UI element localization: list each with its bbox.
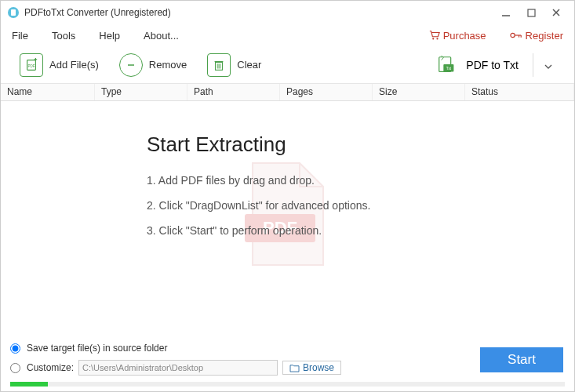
purchase-link[interactable]: Purchase [429,30,486,42]
column-size[interactable]: Size [373,84,465,100]
customize-label: Customize: [27,362,74,373]
menubar: File Tools Help About... Purchase Regist… [1,24,574,46]
file-drop-area[interactable]: PDF Start Extracting 1. Add PDF files by… [1,101,574,327]
key-icon [510,30,522,41]
purchase-label: Purchase [443,30,486,42]
svg-text:Txt: Txt [446,66,452,70]
svg-point-7 [436,38,438,39]
clear-button[interactable]: Clear [199,50,269,80]
instructions-heading: Start Extracting [147,132,370,157]
close-button[interactable] [551,7,562,18]
menu-file[interactable]: File [12,30,28,42]
convert-mode-button[interactable]: Txt PDF to Txt [427,51,528,79]
register-link[interactable]: Register [510,30,563,42]
menu-help[interactable]: Help [99,30,120,42]
toolbar: PDF Add File(s) Remove Clear Txt PDF to … [1,46,574,84]
browse-label: Browse [303,362,334,373]
convert-dropdown-button[interactable] [533,53,563,77]
add-file-label: Add File(s) [49,59,99,71]
minimize-button[interactable] [500,7,511,18]
column-pages[interactable]: Pages [280,84,373,100]
save-source-radio[interactable] [10,343,20,354]
cart-icon [429,30,440,41]
instruction-step-3: 3. Click "Start" to perform operation. [147,224,370,237]
remove-icon [119,53,143,77]
trash-icon [207,53,231,77]
instructions: Start Extracting 1. Add PDF files by dra… [147,132,370,249]
pdf-add-icon: PDF [20,53,43,77]
chevron-down-icon [544,64,552,69]
pdf-to-txt-icon: Txt [436,54,458,76]
svg-point-6 [432,38,434,39]
progress-rest [48,382,565,387]
menu-about[interactable]: About... [144,30,179,42]
remove-button[interactable]: Remove [111,50,195,80]
svg-rect-3 [528,9,535,16]
app-icon [7,6,20,19]
convert-label: PDF to Txt [466,59,519,71]
progress-fill [10,382,48,387]
output-path-input[interactable] [78,360,278,376]
column-path[interactable]: Path [187,84,280,100]
folder-icon [289,364,300,372]
browse-button[interactable]: Browse [282,361,341,375]
instruction-step-1: 1. Add PDF files by drag and drop. [147,174,370,187]
svg-rect-1 [11,9,16,16]
column-name[interactable]: Name [1,84,95,100]
file-table-header: Name Type Path Pages Size Status [1,84,574,101]
save-source-label: Save target file(s) in source folder [27,343,167,354]
remove-label: Remove [149,59,187,71]
output-panel: Save target file(s) in source folder Cus… [1,343,574,387]
register-label: Register [526,30,563,42]
add-file-button[interactable]: PDF Add File(s) [12,50,107,80]
menu-tools[interactable]: Tools [52,30,75,42]
window-title: PDFtoTxt Converter (Unregistered) [24,7,171,18]
customize-radio[interactable] [10,363,20,373]
titlebar: PDFtoTxt Converter (Unregistered) [1,1,574,24]
column-status[interactable]: Status [465,84,574,100]
svg-point-8 [510,33,514,37]
instruction-step-2: 2. Click "DragDownList" for advanced opt… [147,199,370,212]
clear-label: Clear [237,59,261,71]
column-type[interactable]: Type [95,84,187,100]
maximize-button[interactable] [526,7,537,18]
progress-bar [10,382,565,387]
start-button[interactable]: Start [480,347,563,372]
start-label: Start [508,352,536,368]
svg-text:PDF: PDF [28,64,35,67]
